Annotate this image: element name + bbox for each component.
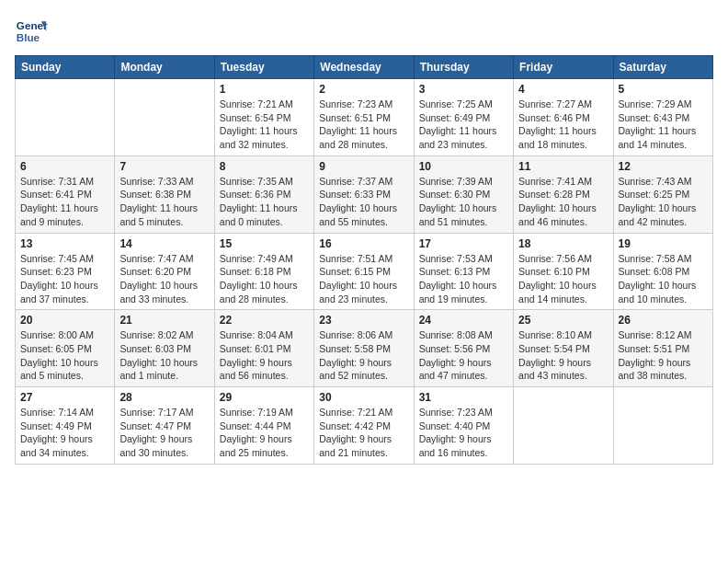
day-number: 20 <box>20 314 109 327</box>
svg-text:Blue: Blue <box>17 31 40 43</box>
day-detail: Sunrise: 7:51 AM Sunset: 6:15 PM Dayligh… <box>319 252 408 306</box>
day-number: 18 <box>518 237 608 250</box>
day-number: 23 <box>319 314 408 327</box>
calendar-cell: 29Sunrise: 7:19 AM Sunset: 4:44 PM Dayli… <box>214 387 313 465</box>
calendar-cell: 3Sunrise: 7:25 AM Sunset: 6:49 PM Daylig… <box>414 79 513 156</box>
calendar-cell: 30Sunrise: 7:21 AM Sunset: 4:42 PM Dayli… <box>314 387 414 465</box>
day-detail: Sunrise: 8:00 AM Sunset: 6:05 PM Dayligh… <box>20 328 109 383</box>
day-detail: Sunrise: 7:43 AM Sunset: 6:25 PM Dayligh… <box>619 175 708 229</box>
day-detail: Sunrise: 7:31 AM Sunset: 6:41 PM Dayligh… <box>20 175 109 229</box>
day-detail: Sunrise: 7:21 AM Sunset: 4:42 PM Dayligh… <box>319 406 408 460</box>
svg-text:General: General <box>17 19 48 31</box>
calendar-week-row: 13Sunrise: 7:45 AM Sunset: 6:23 PM Dayli… <box>16 233 713 310</box>
day-detail: Sunrise: 7:17 AM Sunset: 4:47 PM Dayligh… <box>119 406 209 460</box>
calendar-cell: 13Sunrise: 7:45 AM Sunset: 6:23 PM Dayli… <box>16 233 115 310</box>
day-number: 1 <box>220 83 309 96</box>
day-detail: Sunrise: 8:12 AM Sunset: 5:51 PM Dayligh… <box>619 328 708 383</box>
calendar-week-row: 1Sunrise: 7:21 AM Sunset: 6:54 PM Daylig… <box>16 79 713 156</box>
day-number: 19 <box>619 237 708 250</box>
day-detail: Sunrise: 7:37 AM Sunset: 6:33 PM Dayligh… <box>319 175 408 229</box>
day-detail: Sunrise: 7:53 AM Sunset: 6:13 PM Dayligh… <box>419 252 508 306</box>
calendar-cell: 9Sunrise: 7:37 AM Sunset: 6:33 PM Daylig… <box>314 155 414 233</box>
day-number: 28 <box>119 391 209 404</box>
day-detail: Sunrise: 7:47 AM Sunset: 6:20 PM Dayligh… <box>119 252 209 306</box>
calendar-cell: 19Sunrise: 7:58 AM Sunset: 6:08 PM Dayli… <box>613 233 712 310</box>
calendar-cell: 16Sunrise: 7:51 AM Sunset: 6:15 PM Dayli… <box>314 233 414 310</box>
day-detail: Sunrise: 8:02 AM Sunset: 6:03 PM Dayligh… <box>119 328 209 383</box>
day-detail: Sunrise: 8:10 AM Sunset: 5:54 PM Dayligh… <box>518 328 608 383</box>
day-detail: Sunrise: 8:08 AM Sunset: 5:56 PM Dayligh… <box>419 328 508 383</box>
day-detail: Sunrise: 7:23 AM Sunset: 4:40 PM Dayligh… <box>419 406 508 460</box>
calendar-cell: 26Sunrise: 8:12 AM Sunset: 5:51 PM Dayli… <box>613 310 712 387</box>
calendar-cell: 2Sunrise: 7:23 AM Sunset: 6:51 PM Daylig… <box>314 79 414 156</box>
day-number: 24 <box>419 314 508 327</box>
day-number: 21 <box>119 314 209 327</box>
day-number: 6 <box>20 160 109 173</box>
day-number: 10 <box>419 160 508 173</box>
day-detail: Sunrise: 7:25 AM Sunset: 6:49 PM Dayligh… <box>419 98 508 152</box>
day-detail: Sunrise: 7:33 AM Sunset: 6:38 PM Dayligh… <box>119 175 209 229</box>
calendar-cell: 14Sunrise: 7:47 AM Sunset: 6:20 PM Dayli… <box>115 233 214 310</box>
calendar-cell: 15Sunrise: 7:49 AM Sunset: 6:18 PM Dayli… <box>214 233 313 310</box>
day-detail: Sunrise: 7:27 AM Sunset: 6:46 PM Dayligh… <box>518 98 608 152</box>
calendar-week-row: 27Sunrise: 7:14 AM Sunset: 4:49 PM Dayli… <box>16 387 713 465</box>
calendar-cell <box>514 387 613 465</box>
day-number: 14 <box>119 237 209 250</box>
calendar-cell: 8Sunrise: 7:35 AM Sunset: 6:36 PM Daylig… <box>214 155 313 233</box>
calendar-cell: 21Sunrise: 8:02 AM Sunset: 6:03 PM Dayli… <box>115 310 214 387</box>
day-of-week-header: Friday <box>514 56 613 79</box>
calendar-cell: 20Sunrise: 8:00 AM Sunset: 6:05 PM Dayli… <box>16 310 115 387</box>
day-detail: Sunrise: 7:14 AM Sunset: 4:49 PM Dayligh… <box>20 406 109 460</box>
day-number: 9 <box>319 160 408 173</box>
day-detail: Sunrise: 8:06 AM Sunset: 5:58 PM Dayligh… <box>319 328 408 383</box>
day-detail: Sunrise: 7:45 AM Sunset: 6:23 PM Dayligh… <box>20 252 109 306</box>
day-number: 7 <box>119 160 209 173</box>
calendar-week-row: 20Sunrise: 8:00 AM Sunset: 6:05 PM Dayli… <box>16 310 713 387</box>
day-number: 12 <box>619 160 708 173</box>
day-of-week-header: Wednesday <box>314 56 414 79</box>
day-number: 3 <box>419 83 508 96</box>
day-detail: Sunrise: 7:49 AM Sunset: 6:18 PM Dayligh… <box>220 252 309 306</box>
calendar-table: SundayMondayTuesdayWednesdayThursdayFrid… <box>15 55 713 465</box>
calendar-cell: 11Sunrise: 7:41 AM Sunset: 6:28 PM Dayli… <box>514 155 613 233</box>
day-number: 27 <box>20 391 109 404</box>
calendar-cell: 31Sunrise: 7:23 AM Sunset: 4:40 PM Dayli… <box>414 387 513 465</box>
day-number: 16 <box>319 237 408 250</box>
day-detail: Sunrise: 8:04 AM Sunset: 6:01 PM Dayligh… <box>220 328 309 383</box>
day-number: 8 <box>220 160 309 173</box>
calendar-header-row: SundayMondayTuesdayWednesdayThursdayFrid… <box>16 56 713 79</box>
calendar-cell: 23Sunrise: 8:06 AM Sunset: 5:58 PM Dayli… <box>314 310 414 387</box>
calendar-cell: 25Sunrise: 8:10 AM Sunset: 5:54 PM Dayli… <box>514 310 613 387</box>
calendar-cell: 28Sunrise: 7:17 AM Sunset: 4:47 PM Dayli… <box>115 387 214 465</box>
day-detail: Sunrise: 7:21 AM Sunset: 6:54 PM Dayligh… <box>220 98 309 152</box>
calendar-cell: 18Sunrise: 7:56 AM Sunset: 6:10 PM Dayli… <box>514 233 613 310</box>
calendar-cell: 22Sunrise: 8:04 AM Sunset: 6:01 PM Dayli… <box>214 310 313 387</box>
day-detail: Sunrise: 7:41 AM Sunset: 6:28 PM Dayligh… <box>518 175 608 229</box>
day-number: 11 <box>518 160 608 173</box>
day-number: 2 <box>319 83 408 96</box>
calendar-week-row: 6Sunrise: 7:31 AM Sunset: 6:41 PM Daylig… <box>16 155 713 233</box>
day-detail: Sunrise: 7:58 AM Sunset: 6:08 PM Dayligh… <box>619 252 708 306</box>
day-of-week-header: Saturday <box>613 56 712 79</box>
day-detail: Sunrise: 7:39 AM Sunset: 6:30 PM Dayligh… <box>419 175 508 229</box>
logo-icon: General Blue <box>15 15 48 48</box>
day-number: 15 <box>220 237 309 250</box>
day-number: 17 <box>419 237 508 250</box>
day-of-week-header: Sunday <box>16 56 115 79</box>
day-number: 30 <box>319 391 408 404</box>
day-detail: Sunrise: 7:19 AM Sunset: 4:44 PM Dayligh… <box>220 406 309 460</box>
day-of-week-header: Thursday <box>414 56 513 79</box>
calendar-cell: 24Sunrise: 8:08 AM Sunset: 5:56 PM Dayli… <box>414 310 513 387</box>
calendar-cell <box>115 79 214 156</box>
calendar-cell: 27Sunrise: 7:14 AM Sunset: 4:49 PM Dayli… <box>16 387 115 465</box>
calendar-cell: 10Sunrise: 7:39 AM Sunset: 6:30 PM Dayli… <box>414 155 513 233</box>
day-number: 29 <box>220 391 309 404</box>
day-detail: Sunrise: 7:23 AM Sunset: 6:51 PM Dayligh… <box>319 98 408 152</box>
day-number: 26 <box>619 314 708 327</box>
day-number: 22 <box>220 314 309 327</box>
page-header: General Blue <box>15 15 713 48</box>
day-number: 31 <box>419 391 508 404</box>
day-of-week-header: Monday <box>115 56 214 79</box>
calendar-cell <box>613 387 712 465</box>
day-number: 4 <box>518 83 608 96</box>
